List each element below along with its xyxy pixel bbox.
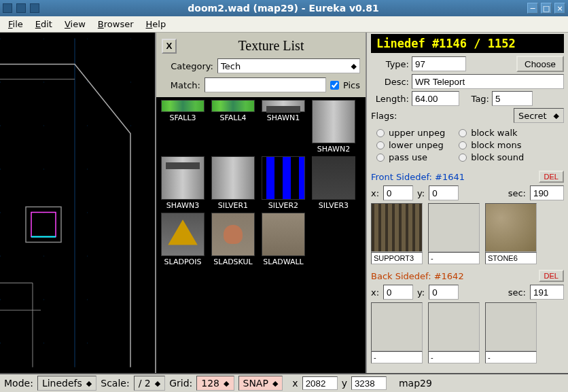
texture-name: SFALL3 bbox=[169, 113, 196, 122]
back-tex1-thumb[interactable] bbox=[371, 302, 423, 351]
flag-option[interactable]: upper unpeg bbox=[376, 128, 445, 138]
texture-name: SLADWALL bbox=[263, 257, 303, 266]
dropdown-icon: ◆ bbox=[554, 111, 559, 120]
texture-name: SLADSKUL bbox=[213, 257, 252, 266]
linedef-title: Linedef #1146 / 1152 bbox=[371, 34, 564, 53]
texture-name: SILVER3 bbox=[319, 201, 349, 210]
status-bar: Mode: Linedefs◆ Scale: / 2◆ Grid: 128◆ S… bbox=[0, 373, 568, 392]
menu-help[interactable]: Help bbox=[141, 18, 172, 31]
close-button[interactable]: × bbox=[554, 3, 565, 14]
sys-icon-1[interactable] bbox=[3, 3, 12, 13]
texture-thumb bbox=[262, 100, 305, 112]
radio-icon bbox=[459, 141, 467, 149]
texture-item[interactable]: SLADSKUL bbox=[209, 213, 257, 266]
texture-browser: X Texture List Category: Tech ◆ Match: P… bbox=[155, 33, 367, 373]
minimize-button[interactable]: − bbox=[527, 3, 538, 14]
tag-input[interactable] bbox=[492, 91, 533, 106]
map-name: map29 bbox=[399, 378, 432, 389]
match-input[interactable] bbox=[205, 77, 326, 92]
back-x-label: x: bbox=[371, 287, 379, 298]
back-tex2-thumb[interactable] bbox=[428, 302, 480, 351]
menu-bar: File Edit View Browser Help bbox=[0, 16, 568, 33]
front-y-label: y: bbox=[417, 188, 425, 198]
menu-browser[interactable]: Browser bbox=[92, 18, 139, 31]
front-x-input[interactable] bbox=[383, 185, 413, 200]
pics-label: Pics bbox=[343, 80, 360, 90]
texture-item[interactable]: SFALL3 bbox=[159, 100, 207, 154]
flag-option[interactable]: block sound bbox=[459, 152, 524, 162]
back-del-button[interactable]: DEL bbox=[539, 270, 564, 282]
scale-select[interactable]: / 2◆ bbox=[134, 376, 166, 391]
texture-name: SILVER2 bbox=[268, 201, 298, 210]
texture-close-button[interactable]: X bbox=[162, 39, 177, 54]
mode-select[interactable]: Linedefs◆ bbox=[37, 376, 96, 391]
texture-thumb bbox=[161, 213, 205, 256]
back-tex3-thumb[interactable] bbox=[485, 302, 537, 351]
texture-item[interactable]: SILVER2 bbox=[260, 156, 307, 210]
desc-input[interactable] bbox=[412, 74, 564, 89]
maximize-button[interactable]: □ bbox=[541, 3, 552, 14]
texture-name: SHAWN1 bbox=[267, 113, 300, 122]
length-input[interactable] bbox=[412, 91, 459, 106]
properties-panel: Linedef #1146 / 1152 Type: Choose Desc: … bbox=[367, 33, 568, 373]
flag-option[interactable]: pass use bbox=[376, 152, 445, 162]
front-sec-label: sec: bbox=[508, 188, 526, 198]
flag-option[interactable]: lower unpeg bbox=[376, 140, 445, 150]
sys-icon-3[interactable] bbox=[30, 3, 39, 13]
texture-thumb bbox=[161, 100, 205, 112]
front-tex3-name[interactable] bbox=[485, 252, 537, 264]
back-tex1-name[interactable] bbox=[371, 351, 423, 363]
texture-item[interactable]: SILVER1 bbox=[209, 156, 257, 210]
front-tex3-thumb[interactable] bbox=[485, 203, 537, 252]
menu-edit[interactable]: Edit bbox=[30, 18, 58, 31]
flag-label: lower unpeg bbox=[389, 140, 444, 150]
front-del-button[interactable]: DEL bbox=[539, 171, 564, 183]
snap-select[interactable]: SNAP◆ bbox=[238, 376, 283, 391]
texture-item[interactable]: SFALL4 bbox=[209, 100, 257, 154]
flag-option[interactable]: block walk bbox=[459, 128, 524, 138]
front-y-input[interactable] bbox=[429, 185, 459, 200]
x-coord[interactable] bbox=[302, 376, 338, 390]
back-sec-input[interactable] bbox=[530, 285, 564, 300]
window-title: doom2.wad (map29) - Eureka v0.81 bbox=[39, 3, 527, 14]
x-label: x bbox=[292, 378, 298, 389]
texture-item[interactable]: SHAWN3 bbox=[159, 156, 207, 210]
back-y-input[interactable] bbox=[429, 285, 459, 300]
tag-label: Tag: bbox=[462, 94, 489, 104]
front-tex2-thumb[interactable] bbox=[428, 203, 480, 252]
type-label: Type: bbox=[371, 59, 409, 69]
front-tex1-thumb[interactable] bbox=[371, 203, 423, 252]
flag-option[interactable]: block mons bbox=[459, 140, 524, 150]
flag-label: block sound bbox=[471, 152, 524, 162]
texture-grid[interactable]: SFALL3SFALL4SHAWN1SHAWN2SHAWN3SILVER1SIL… bbox=[156, 97, 366, 373]
choose-button[interactable]: Choose bbox=[516, 56, 564, 72]
length-label: Length: bbox=[371, 94, 409, 104]
sys-icon-2[interactable] bbox=[16, 3, 26, 13]
flags-select-value: Secret bbox=[518, 111, 547, 121]
map-canvas[interactable] bbox=[0, 33, 155, 373]
menu-file[interactable]: File bbox=[3, 18, 29, 31]
back-tex3-name[interactable] bbox=[485, 351, 537, 363]
radio-icon bbox=[376, 154, 385, 162]
texture-thumb bbox=[262, 213, 305, 256]
category-select[interactable]: Tech ◆ bbox=[217, 58, 360, 73]
texture-item[interactable]: SLADWALL bbox=[260, 213, 307, 266]
pics-checkbox[interactable] bbox=[330, 81, 339, 90]
texture-item[interactable]: SILVER3 bbox=[310, 156, 357, 210]
radio-icon bbox=[376, 141, 385, 149]
desc-label: Desc: bbox=[371, 77, 409, 87]
texture-item[interactable]: SHAWN2 bbox=[310, 100, 357, 154]
texture-item[interactable]: SHAWN1 bbox=[260, 100, 307, 154]
menu-view[interactable]: View bbox=[59, 18, 91, 31]
texture-item[interactable]: SLADPOIS bbox=[159, 213, 207, 266]
back-tex2-name[interactable] bbox=[428, 351, 480, 363]
front-tex2-name[interactable] bbox=[428, 252, 480, 264]
y-coord[interactable] bbox=[351, 376, 387, 390]
texture-name: SILVER1 bbox=[218, 201, 248, 210]
front-sec-input[interactable] bbox=[530, 185, 564, 200]
type-input[interactable] bbox=[412, 56, 466, 71]
grid-select[interactable]: 128◆ bbox=[196, 376, 234, 391]
back-x-input[interactable] bbox=[383, 285, 413, 300]
flags-select[interactable]: Secret ◆ bbox=[514, 108, 564, 123]
front-tex1-name[interactable] bbox=[371, 252, 423, 264]
